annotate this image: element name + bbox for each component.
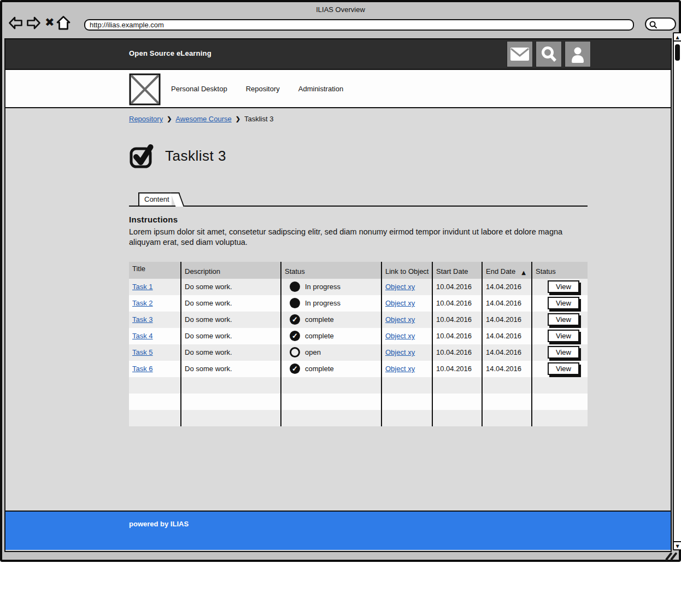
nav-item-administration[interactable]: Administration xyxy=(298,85,343,93)
column-header-label: Status xyxy=(285,267,305,275)
empty-cell xyxy=(281,394,381,410)
empty-cell xyxy=(381,410,432,426)
task-description-cell: Do some work. xyxy=(181,328,281,344)
page-title-row: Tasklist 3 xyxy=(129,142,671,170)
empty-cell xyxy=(129,410,181,426)
task-action-cell: View xyxy=(532,361,588,377)
empty-cell xyxy=(532,394,588,410)
nav-item-repository[interactable]: Repository xyxy=(246,85,280,93)
task-end-date-cell: 14.04.2016 xyxy=(482,279,532,295)
task-object-cell: Object xy xyxy=(381,279,432,295)
view-button[interactable]: View xyxy=(548,313,579,326)
page-body: Repository❯Awesome Course❯Tasklist 3 Tas… xyxy=(5,108,671,511)
task-status-cell: ✓complete xyxy=(281,312,381,328)
empty-cell xyxy=(432,410,482,426)
empty-cell xyxy=(181,377,281,394)
object-link[interactable]: Object xy xyxy=(385,365,415,373)
user-icon xyxy=(567,44,588,64)
back-icon[interactable] xyxy=(8,16,23,32)
browser-search-box[interactable] xyxy=(645,17,676,31)
task-title-link[interactable]: Task 4 xyxy=(132,332,153,340)
task-end-date-cell: 14.04.2016 xyxy=(482,328,532,344)
app-viewport: Open Source eLearning xyxy=(4,38,672,552)
scroll-up-icon[interactable]: ▲ xyxy=(674,33,681,42)
sort-ascending-icon[interactable]: ▲ xyxy=(521,269,529,275)
tab-content[interactable]: Content xyxy=(138,192,172,206)
status-label: open xyxy=(305,348,321,356)
column-header-link-to-object[interactable]: Link to Object xyxy=(381,262,432,279)
view-button[interactable]: View xyxy=(548,346,579,359)
logo-placeholder xyxy=(129,73,161,108)
empty-cell xyxy=(281,410,381,426)
forward-icon[interactable] xyxy=(26,16,41,32)
table-row: Task 5Do some work.openObject xy10.04.20… xyxy=(129,344,588,361)
url-bar[interactable]: http://ilias.example.com xyxy=(84,19,634,31)
view-button[interactable]: View xyxy=(548,330,579,342)
task-title-link[interactable]: Task 5 xyxy=(132,348,153,356)
task-end-date-cell: 14.04.2016 xyxy=(482,295,532,312)
empty-cell xyxy=(181,410,281,426)
task-title-link[interactable]: Task 6 xyxy=(132,365,153,373)
empty-cell xyxy=(432,377,482,394)
nav-links: Personal DesktopRepositoryAdministration xyxy=(171,70,343,107)
task-action-cell: View xyxy=(532,295,588,312)
scrollbar-thumb[interactable] xyxy=(675,44,680,61)
column-header-status[interactable]: Status xyxy=(532,262,588,279)
column-header-description[interactable]: Description xyxy=(181,262,281,279)
search-button[interactable] xyxy=(536,41,562,67)
task-title-link[interactable]: Task 1 xyxy=(132,283,153,291)
task-action-cell: View xyxy=(532,279,588,295)
scroll-down-icon[interactable]: ▼ xyxy=(674,541,681,549)
task-action-cell: View xyxy=(532,328,588,344)
object-link[interactable]: Object xy xyxy=(385,315,415,324)
status-label: In progress xyxy=(305,283,340,291)
empty-table-row xyxy=(129,394,588,410)
object-link[interactable]: Object xy xyxy=(385,283,415,291)
breadcrumb-item-repository[interactable]: Repository xyxy=(129,115,163,123)
object-link[interactable]: Object xy xyxy=(385,332,415,340)
view-button[interactable]: View xyxy=(548,297,579,309)
task-end-date-cell: 14.04.2016 xyxy=(482,344,532,361)
task-title-link[interactable]: Task 2 xyxy=(132,299,153,307)
footer-text: powered by ILIAS xyxy=(129,520,189,528)
task-start-date-cell: 10.04.2016 xyxy=(432,328,482,344)
empty-cell xyxy=(432,394,482,410)
empty-table-row xyxy=(129,410,588,426)
object-link[interactable]: Object xy xyxy=(385,299,415,307)
instructions-heading: Instructions xyxy=(129,215,671,224)
task-description-cell: Do some work. xyxy=(181,344,281,361)
nav-item-personal-desktop[interactable]: Personal Desktop xyxy=(171,85,227,93)
header-buttons xyxy=(507,41,591,67)
column-header-end-date[interactable]: End Date▲ xyxy=(482,262,532,279)
column-header-title[interactable]: Title xyxy=(129,262,181,279)
empty-cell xyxy=(281,377,381,394)
main-nav: Personal DesktopRepositoryAdministration xyxy=(5,69,671,108)
view-button[interactable]: View xyxy=(548,280,579,293)
column-header-status[interactable]: Status xyxy=(281,262,381,279)
column-header-start-date[interactable]: Start Date xyxy=(432,262,482,279)
status-label: complete xyxy=(305,365,334,373)
view-button[interactable]: View xyxy=(548,362,579,375)
empty-cell xyxy=(181,394,281,410)
home-icon[interactable] xyxy=(56,15,71,33)
empty-cell xyxy=(482,410,532,426)
window-titlebar: ILIAS Overview xyxy=(2,2,679,15)
task-object-cell: Object xy xyxy=(381,312,432,328)
breadcrumb-item-awesome-course[interactable]: Awesome Course xyxy=(175,115,231,123)
stop-icon[interactable]: ✖ xyxy=(45,16,55,28)
window-resize-handle[interactable] xyxy=(664,551,679,562)
vertical-scrollbar[interactable]: ▲ ▼ xyxy=(673,32,681,550)
task-start-date-cell: 10.04.2016 xyxy=(432,295,482,312)
task-status-cell: In progress xyxy=(281,279,381,295)
screen: ILIAS Overview ✖ http://ilias.example.co… xyxy=(0,0,681,616)
task-action-cell: View xyxy=(532,344,588,361)
mail-button[interactable] xyxy=(507,41,533,67)
empty-cell xyxy=(381,394,432,410)
user-button[interactable] xyxy=(565,41,591,67)
mail-icon xyxy=(509,46,530,62)
task-end-date-cell: 14.04.2016 xyxy=(482,312,532,328)
image-placeholder-icon xyxy=(129,73,161,105)
object-link[interactable]: Object xy xyxy=(385,348,415,356)
task-title-link[interactable]: Task 3 xyxy=(132,315,153,324)
table-row: Task 6Do some work.✓completeObject xy10.… xyxy=(129,361,588,377)
